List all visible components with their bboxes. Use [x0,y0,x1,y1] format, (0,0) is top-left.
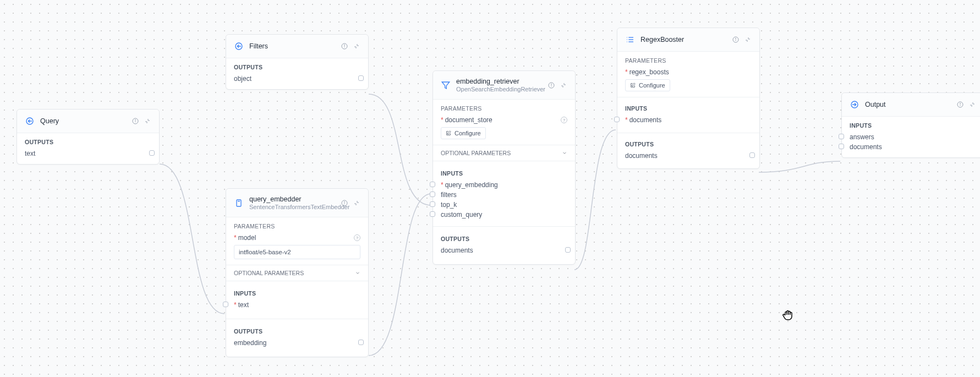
collapse-icon[interactable] [353,42,360,50]
node-title: RegexBooster [640,36,732,43]
node-header[interactable]: embedding_retriever OpenSearchEmbeddingR… [433,71,575,100]
required-star: * [441,116,444,124]
info-icon[interactable] [341,199,348,207]
pan-cursor-icon [781,308,795,324]
svg-point-12 [344,201,345,202]
param-docstore: * document_store ? [441,115,567,125]
output-text: text [25,150,35,157]
svg-point-16 [551,84,552,84]
configure-button[interactable]: Configure [625,79,670,91]
required-star: * [441,181,444,189]
info-icon[interactable] [732,36,740,43]
info-icon[interactable] [132,117,139,125]
filter-icon [441,80,451,90]
output-row: text [25,149,151,159]
collapse-icon[interactable] [353,199,360,207]
node-filters[interactable]: Filters Outputs object [226,34,369,90]
input-port[interactable] [839,134,844,139]
input-port[interactable] [223,302,228,307]
output-port[interactable] [358,75,364,81]
input-row-query-embedding: * query_embedding [441,180,567,190]
optional-parameters-toggle[interactable]: OPTIONAL PARAMETERS [226,265,368,281]
svg-point-7 [344,45,345,46]
input-label: filters [441,191,457,199]
collapse-icon[interactable] [144,117,151,125]
param-label: model [238,234,256,242]
collapse-icon[interactable] [968,101,976,108]
output-port[interactable] [358,340,364,345]
svg-point-3 [135,120,136,121]
node-header[interactable]: Filters [226,35,368,58]
param-label: regex_boosts [629,68,669,76]
chevron-down-icon [562,150,567,156]
optional-parameters-toggle[interactable]: OPTIONAL PARAMETERS [433,145,575,161]
collapse-icon[interactable] [560,81,567,89]
output-documents: documents [625,152,658,160]
info-icon[interactable] [548,81,555,89]
node-embedding-retriever[interactable]: embedding_retriever OpenSearchEmbeddingR… [432,70,576,265]
help-icon[interactable]: ? [561,117,567,123]
svg-point-25 [736,39,736,39]
model-input[interactable] [234,245,360,259]
help-icon[interactable]: ? [354,234,360,241]
node-header[interactable]: query_embedder SentenceTransformersTextE… [226,189,368,217]
node-header[interactable]: Query [17,110,159,133]
input-documents: documents [629,116,662,124]
outputs-section: Outputs documents [433,227,575,264]
inputs-label: Inputs [850,122,976,129]
node-query[interactable]: Query Outputs text [17,109,160,165]
edit-icon [446,130,451,136]
inputs-label: Inputs [234,290,360,297]
input-row-topk: top_k [441,200,567,210]
parameters-section: PARAMETERS * model ? [226,217,368,265]
node-subtitle: SentenceTransformersTextEmbedder [249,204,341,210]
info-icon[interactable] [956,101,964,108]
output-port[interactable] [149,150,155,156]
outputs-label: Outputs [25,139,151,145]
info-icon[interactable] [341,42,348,50]
outputs-label: Outputs [234,64,360,70]
input-port[interactable] [430,182,435,187]
list-icon [625,35,635,45]
optional-label: OPTIONAL PARAMETERS [234,270,304,276]
node-regex-booster[interactable]: RegexBooster PARAMETERS * regex_boosts C… [617,28,760,169]
parameters-label: PARAMETERS [625,57,752,64]
outputs-label: Outputs [625,141,752,147]
input-port[interactable] [430,201,435,207]
edit-icon [630,83,636,88]
required-star: * [234,301,237,309]
outputs-section: Outputs documents [617,133,759,168]
outputs-section: Outputs object [226,58,368,89]
input-port[interactable] [839,144,844,149]
input-row-custom-query: custom_query [441,210,567,220]
node-header[interactable]: Output [842,93,980,117]
input-row-filters: filters [441,190,567,200]
node-title: Query [40,117,132,125]
svg-rect-8 [237,200,241,206]
parameters-section: PARAMETERS * regex_boosts Configure [617,52,759,97]
param-model: * model ? [234,233,360,243]
output-port[interactable] [749,152,755,158]
input-port[interactable] [430,192,435,197]
pipeline-canvas[interactable]: Query Outputs text Filters [0,0,980,377]
input-label: top_k [441,201,457,209]
output-row: documents [625,151,752,161]
optional-label: OPTIONAL PARAMETERS [441,150,511,156]
collapse-icon[interactable] [744,36,752,43]
input-port[interactable] [614,117,620,122]
node-header[interactable]: RegexBooster [617,28,759,52]
node-query-embedder[interactable]: query_embedder SentenceTransformersTextE… [226,188,369,357]
required-star: * [625,116,628,124]
node-subtitle: OpenSearchEmbeddingRetriever [456,86,548,92]
configure-button[interactable]: Configure [441,127,486,139]
output-port[interactable] [565,247,571,253]
embedder-icon [234,198,244,208]
outputs-section: Outputs text [17,133,159,164]
node-output[interactable]: Output Inputs answers documents [841,92,980,158]
output-object: object [234,75,251,83]
parameters-label: PARAMETERS [441,105,567,112]
node-title: Filters [249,42,341,50]
input-port[interactable] [430,211,435,217]
inputs-label: Inputs [441,170,567,177]
input-label: custom_query [441,211,482,218]
